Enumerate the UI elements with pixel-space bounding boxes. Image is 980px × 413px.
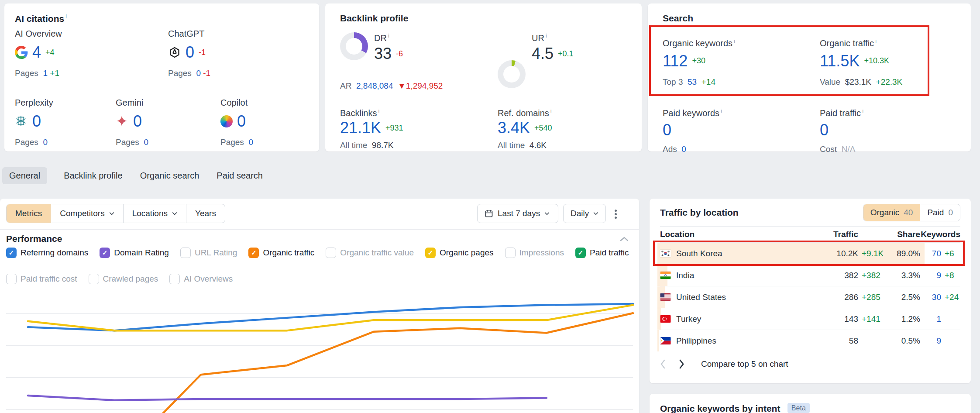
checkbox-organic-traffic-value[interactable]: Organic traffic value xyxy=(326,248,414,258)
date-range-dropdown[interactable]: Last 7 days xyxy=(477,204,558,223)
backlinks-value[interactable]: 21.1K xyxy=(340,119,381,137)
keywords-value[interactable]: 30 xyxy=(920,293,941,302)
checkbox-icon[interactable]: ✓ xyxy=(100,248,110,258)
cost-row: Cost N/A xyxy=(820,145,863,154)
checkbox-icon[interactable] xyxy=(505,248,516,258)
flag-india-icon xyxy=(660,272,671,279)
checkbox-icon[interactable] xyxy=(89,274,99,284)
checkbox-ai-overviews[interactable]: AI Overviews xyxy=(169,274,233,284)
tab-backlink-profile[interactable]: Backlink profile xyxy=(63,167,124,184)
table-row-india[interactable]: India 382 +382 3.3% 9 +8 xyxy=(660,264,960,286)
share-value: 3.3% xyxy=(884,271,920,280)
traffic-value: 286 xyxy=(830,293,858,302)
paid-keywords-metric: Paid keywordsi 0 Ads 0 xyxy=(663,107,722,154)
info-icon[interactable]: i xyxy=(546,32,547,39)
backlinks-delta: +931 xyxy=(385,124,403,133)
table-row-south-korea[interactable]: South Korea 10.2K +9.1K 89.0% 70 +6 xyxy=(660,242,960,264)
organic-keywords-value[interactable]: 112 xyxy=(663,52,688,70)
ref-domains-value[interactable]: 3.4K xyxy=(498,119,530,137)
segment-metrics[interactable]: Metrics xyxy=(7,204,51,223)
paid-keywords-value[interactable]: 0 xyxy=(663,121,671,139)
chatgpt-value[interactable]: 0 xyxy=(186,43,194,62)
checkbox-crawled-pages[interactable]: Crawled pages xyxy=(89,274,158,284)
checkbox-icon[interactable]: ✓ xyxy=(425,248,436,258)
granularity-dropdown[interactable]: Daily xyxy=(563,204,606,223)
compare-top5-link[interactable]: Compare top 5 on chart xyxy=(701,359,788,369)
keywords-value[interactable]: 1 xyxy=(920,314,941,324)
checkbox-url-rating[interactable]: URL Rating xyxy=(180,248,237,258)
column-keywords[interactable]: Keywords xyxy=(920,230,960,239)
chevron-down-icon xyxy=(593,212,598,215)
checkbox-icon[interactable]: ✓ xyxy=(248,248,259,258)
info-icon[interactable]: i xyxy=(721,107,722,114)
table-row-turkey[interactable]: Turkey 143 +141 1.2% 1 xyxy=(660,308,960,330)
info-icon[interactable]: i xyxy=(378,107,379,114)
paid-traffic-value[interactable]: 0 xyxy=(820,121,829,139)
share-value: 89.0% xyxy=(884,249,920,258)
keywords-value[interactable]: 70 xyxy=(920,249,941,258)
location-pagination: Compare top 5 on chart xyxy=(660,359,960,369)
organic-keywords-label: Organic keywordsi xyxy=(663,38,735,48)
collapse-section-chevron-up-icon[interactable] xyxy=(620,236,629,241)
organic-traffic-value[interactable]: 11.5K xyxy=(820,52,860,70)
checkbox-paid-traffic[interactable]: ✓Paid traffic xyxy=(575,248,629,258)
segment-locations[interactable]: Locations xyxy=(123,204,186,223)
tab-organic-search[interactable]: Organic search xyxy=(139,167,200,184)
perplexity-metric: Perplexity 0 Pages 0 xyxy=(15,98,53,147)
checkbox-icon[interactable]: ✓ xyxy=(575,248,586,258)
ai-overview-value[interactable]: 4 xyxy=(32,43,41,62)
table-row-philippines[interactable]: Philippines 58 0.5% 9 xyxy=(660,330,960,351)
ur-label: URi xyxy=(532,32,547,43)
metric-checkbox-row-2: Paid traffic cost Crawled pages AI Overv… xyxy=(6,274,233,284)
copilot-value[interactable]: 0 xyxy=(237,112,246,131)
more-options-kebab-menu[interactable] xyxy=(615,208,617,220)
toggle-paid[interactable]: Paid0 xyxy=(920,204,960,221)
table-row-united-states[interactable]: United States 286 +285 2.5% 30 +24 xyxy=(660,286,960,308)
column-share[interactable]: Share xyxy=(884,230,920,239)
info-icon[interactable]: i xyxy=(65,13,67,20)
ai-overview-delta: +4 xyxy=(45,48,55,57)
checkbox-domain-rating[interactable]: ✓Domain Rating xyxy=(100,248,169,258)
traffic-value: 58 xyxy=(830,336,858,346)
keywords-delta: +24 xyxy=(941,293,960,302)
tab-general[interactable]: General xyxy=(2,167,47,184)
keywords-value[interactable]: 9 xyxy=(920,271,941,280)
checkbox-icon[interactable] xyxy=(6,274,17,284)
flag-south-korea-icon xyxy=(660,250,671,257)
chevron-down-icon xyxy=(544,212,550,215)
organic-keywords-delta: +30 xyxy=(692,56,705,65)
segment-years[interactable]: Years xyxy=(186,204,225,223)
segment-competitors[interactable]: Competitors xyxy=(51,204,123,223)
dr-label: DRi xyxy=(374,32,389,43)
checkbox-icon[interactable] xyxy=(169,274,180,284)
traffic-delta: +9.1K xyxy=(858,249,884,258)
google-icon xyxy=(15,46,28,59)
column-traffic[interactable]: Traffic xyxy=(830,230,858,239)
toggle-organic[interactable]: Organic40 xyxy=(863,204,920,221)
checkbox-organic-traffic[interactable]: ✓Organic traffic xyxy=(248,248,314,258)
column-location[interactable]: Location xyxy=(660,230,830,239)
keywords-value[interactable]: 9 xyxy=(920,336,941,346)
perplexity-value[interactable]: 0 xyxy=(32,112,41,131)
gemini-value[interactable]: 0 xyxy=(133,112,142,131)
previous-page-chevron-icon[interactable] xyxy=(660,359,666,369)
info-icon[interactable]: i xyxy=(734,38,735,44)
checkbox-paid-traffic-cost[interactable]: Paid traffic cost xyxy=(6,274,77,284)
checkbox-icon[interactable] xyxy=(326,248,336,258)
checkbox-icon[interactable]: ✓ xyxy=(6,248,17,258)
checkbox-impressions[interactable]: Impressions xyxy=(505,248,564,258)
info-icon[interactable]: i xyxy=(550,107,552,114)
checkbox-referring-domains[interactable]: ✓Referring domains xyxy=(6,248,88,258)
chatgpt-delta: -1 xyxy=(199,48,206,57)
tab-paid-search[interactable]: Paid search xyxy=(216,167,264,184)
next-page-chevron-icon[interactable] xyxy=(679,359,684,369)
dr-delta: -6 xyxy=(396,49,403,59)
ar-value[interactable]: 2,848,084 xyxy=(356,81,393,90)
checkbox-organic-pages[interactable]: ✓Organic pages xyxy=(425,248,494,258)
checkbox-icon[interactable] xyxy=(180,248,191,258)
info-icon[interactable]: i xyxy=(875,38,877,44)
info-icon[interactable]: i xyxy=(862,107,863,114)
dr-value: 33 xyxy=(374,45,392,63)
ar-delta: ▼1,294,952 xyxy=(398,81,443,90)
info-icon[interactable]: i xyxy=(388,32,389,39)
